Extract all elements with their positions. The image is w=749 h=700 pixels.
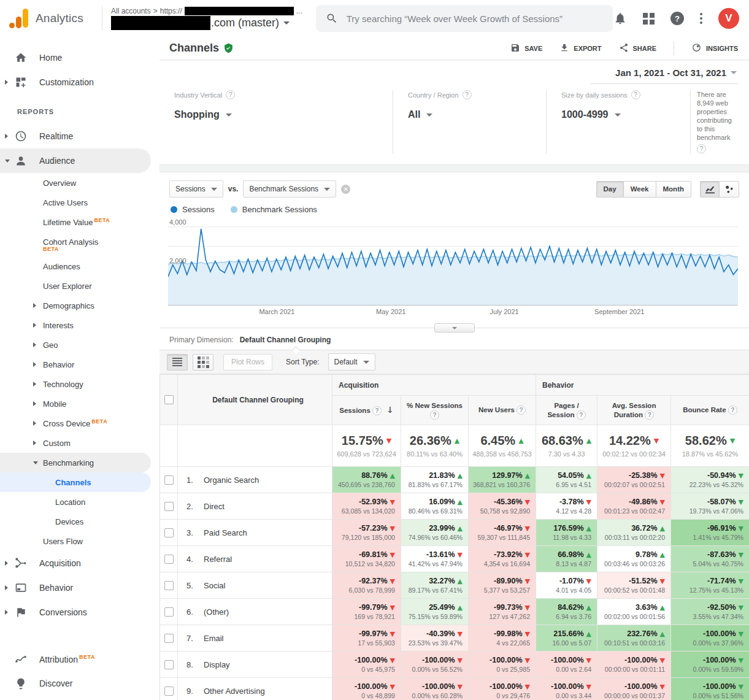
sidebar-item-location[interactable]: Location: [0, 492, 151, 512]
channel-name-cell[interactable]: 7.Email: [178, 625, 332, 652]
sidebar-item-geo[interactable]: Geo: [0, 335, 151, 355]
metric-cell: 21.83%▲81.83% vs 67.17%: [401, 467, 469, 493]
search-bar[interactable]: [316, 5, 613, 32]
collapse-chart-button[interactable]: [434, 323, 475, 333]
line-chart-icon[interactable]: [700, 181, 720, 198]
channel-name-cell[interactable]: 9.Other Advertising: [178, 678, 332, 700]
sidebar-item-acquisition[interactable]: Acquisition: [0, 551, 151, 575]
row-checkbox[interactable]: [164, 607, 174, 617]
primary-dimension-value-tab[interactable]: Default Channel Grouping: [240, 336, 331, 344]
help-icon[interactable]: ?: [517, 406, 526, 415]
sidebar-item-interests[interactable]: Interests: [0, 315, 151, 335]
sidebar-item-custom[interactable]: Custom: [0, 433, 151, 453]
row-checkbox[interactable]: [164, 502, 174, 511]
channel-name-cell[interactable]: 5.Social: [178, 572, 332, 599]
sidebar-item-cross-device[interactable]: Cross DeviceBETA: [0, 413, 151, 433]
help-icon[interactable]: ?: [645, 410, 654, 420]
row-checkbox[interactable]: [164, 555, 174, 564]
channel-name-cell[interactable]: 6.(Other): [178, 599, 332, 625]
help-icon[interactable]: ?: [670, 12, 684, 25]
row-checkbox[interactable]: [164, 687, 174, 696]
overflow-menu-icon[interactable]: [700, 13, 702, 24]
help-icon[interactable]: ?: [430, 410, 439, 420]
chart-plot-area[interactable]: 2,0004,000: [168, 219, 738, 305]
column-header-sessions[interactable]: Sessions ?↓: [332, 396, 401, 425]
granularity-month-button[interactable]: Month: [656, 181, 691, 198]
granularity-day-button[interactable]: Day: [596, 181, 624, 198]
sidebar-item-user-explorer[interactable]: User Explorer: [0, 276, 151, 296]
sidebar-item-audiences[interactable]: Audiences: [0, 256, 151, 276]
apps-grid-icon[interactable]: [643, 13, 655, 25]
notifications-bell-icon[interactable]: [613, 12, 627, 25]
sidebar-item-conversions[interactable]: Conversions: [0, 600, 151, 625]
sidebar-item-devices[interactable]: Devices: [0, 512, 151, 531]
plot-rows-button[interactable]: Plot Rows: [223, 354, 272, 371]
compare-metric-dropdown[interactable]: Benchmark Sessions: [243, 180, 336, 198]
column-header-new-users[interactable]: New Users ?: [469, 396, 536, 425]
share-button[interactable]: SHARE: [619, 43, 657, 54]
channel-name-cell[interactable]: 8.Display: [178, 652, 332, 678]
save-button[interactable]: SAVE: [510, 43, 542, 54]
export-button[interactable]: EXPORT: [559, 43, 601, 54]
avatar[interactable]: V: [718, 8, 739, 29]
search-input[interactable]: [347, 13, 603, 24]
sidebar-item-realtime[interactable]: Realtime: [0, 124, 151, 148]
sidebar-item-demographics[interactable]: Demographics: [0, 296, 151, 315]
sidebar-item-home[interactable]: Home: [0, 45, 151, 70]
breadcrumb-line2[interactable]: .com (master): [111, 16, 302, 30]
sidebar-item-benchmarking[interactable]: Benchmarking: [0, 453, 151, 472]
sidebar-item-behavior[interactable]: Behavior: [0, 575, 151, 600]
sidebar-item-discover[interactable]: Discover: [0, 671, 151, 696]
column-header-bounce-rate[interactable]: Bounce Rate ?: [671, 396, 749, 425]
filter-value-dropdown[interactable]: 1000-4999: [561, 109, 678, 120]
date-range-picker[interactable]: Jan 1, 2021 - Oct 31, 2021: [591, 67, 738, 84]
sidebar-item-behavior[interactable]: Behavior: [0, 355, 151, 374]
insights-button[interactable]: INSIGHTS: [691, 42, 738, 54]
help-icon[interactable]: ?: [577, 410, 586, 420]
account-breadcrumb[interactable]: All accounts > https://... .com (master): [111, 7, 302, 30]
table-view-icon[interactable]: [167, 354, 188, 371]
select-all-checkbox[interactable]: [164, 395, 174, 404]
sidebar-item-audience[interactable]: Audience: [0, 148, 151, 173]
column-header--new-sessions[interactable]: % New Sessions ?: [401, 396, 469, 425]
channel-name-cell[interactable]: 1.Organic Search: [178, 467, 332, 493]
sidebar-item-customization[interactable]: Customization: [0, 70, 151, 94]
column-header-avg-session-duration[interactable]: Avg. Session Duration ?: [597, 396, 671, 425]
help-icon[interactable]: ?: [697, 144, 706, 153]
granularity-week-button[interactable]: Week: [624, 181, 656, 198]
column-header-pages-session[interactable]: Pages / Session ?: [536, 396, 597, 425]
channel-name-cell[interactable]: 2.Direct: [178, 493, 332, 520]
row-checkbox[interactable]: [164, 475, 174, 485]
breadcrumb-all-accounts[interactable]: All accounts: [111, 7, 151, 15]
sidebar-item-admin[interactable]: Admin: [0, 696, 151, 700]
sidebar-item-cohort-analysis[interactable]: Cohort AnalysisBETA: [0, 232, 151, 256]
sidebar-item-overview[interactable]: Overview: [0, 173, 151, 193]
filter-value-dropdown[interactable]: Shopping: [174, 109, 380, 120]
metric-dropdown[interactable]: Sessions: [169, 180, 223, 198]
sidebar-item-lifetime-value[interactable]: Lifetime ValueBETA: [0, 212, 151, 232]
percentage-view-icon[interactable]: [193, 354, 213, 371]
channel-name-cell[interactable]: 3.Paid Search: [178, 520, 332, 546]
sidebar-item-attribution[interactable]: AttributionBETA: [0, 647, 151, 671]
row-checkbox[interactable]: [164, 634, 174, 643]
sidebar-item-technology[interactable]: Technology: [0, 374, 151, 394]
motion-chart-icon[interactable]: [720, 181, 739, 198]
row-checkbox[interactable]: [164, 528, 174, 537]
help-icon[interactable]: ?: [631, 90, 640, 99]
row-rank: 9.: [186, 687, 204, 696]
row-checkbox[interactable]: [164, 581, 174, 590]
analytics-logo[interactable]: Analytics: [0, 8, 102, 29]
remove-compare-icon[interactable]: ✕: [341, 185, 350, 194]
sidebar-item-active-users[interactable]: Active Users: [0, 193, 151, 212]
help-icon[interactable]: ?: [372, 406, 382, 415]
help-icon[interactable]: ?: [728, 406, 737, 415]
row-checkbox[interactable]: [164, 660, 174, 669]
sort-type-dropdown[interactable]: Default: [328, 353, 375, 371]
help-icon[interactable]: ?: [463, 90, 472, 99]
sidebar-item-mobile[interactable]: Mobile: [0, 394, 151, 413]
sidebar-item-channels[interactable]: Channels: [0, 472, 151, 492]
channel-name-cell[interactable]: 4.Referral: [178, 546, 332, 572]
sidebar-item-users-flow[interactable]: Users Flow: [0, 531, 151, 551]
help-icon[interactable]: ?: [226, 90, 235, 99]
filter-value-dropdown[interactable]: All: [408, 109, 534, 120]
